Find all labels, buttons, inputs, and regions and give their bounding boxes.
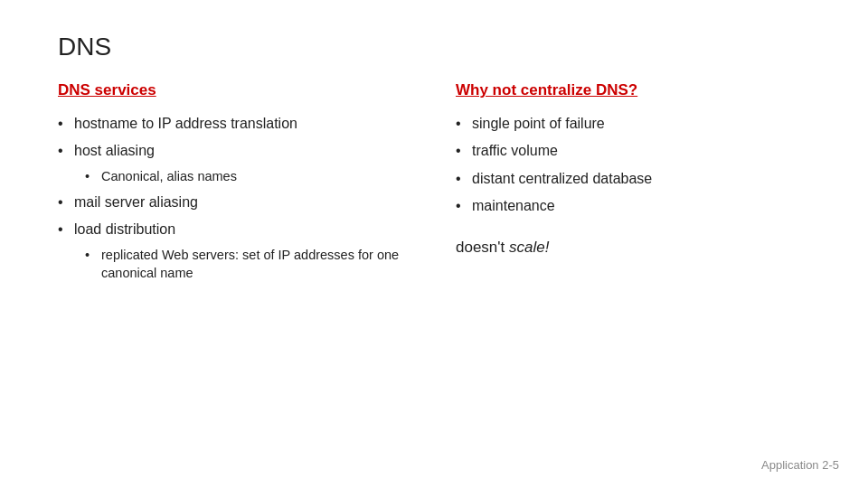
single-point-text: single point of failure	[472, 116, 605, 131]
list-item-maintenance: maintenance	[456, 196, 854, 216]
list-item-mail-server: mail server aliasing	[58, 192, 401, 212]
right-heading: Why not centralize DNS?	[456, 81, 854, 99]
replicated-text: replicated Web servers: set of IP addres…	[101, 248, 399, 280]
host-aliasing-subitems: Canonical, alias names	[85, 167, 401, 185]
list-item-hostname: hostname to IP address translation	[58, 114, 401, 134]
list-item-load-distribution: load distribution replicated Web servers…	[58, 220, 401, 282]
sub-list-item-replicated: replicated Web servers: set of IP addres…	[85, 246, 401, 283]
list-item-load-distribution-text: load distribution	[74, 221, 175, 237]
list-item-distant: distant centralized database	[456, 169, 854, 189]
load-distribution-subitems: replicated Web servers: set of IP addres…	[85, 246, 401, 283]
content-area: DNS services hostname to IP address tran…	[58, 81, 854, 289]
distant-text: distant centralized database	[472, 171, 652, 186]
sub-list-item-canonical: Canonical, alias names	[85, 167, 401, 185]
canonical-text: Canonical, alias names	[101, 169, 237, 183]
doesnt-scale-text: doesn't scale!	[456, 239, 854, 257]
doesnt-scale-italic: scale!	[509, 239, 549, 256]
right-bullet-list: single point of failure traffic volume d…	[456, 114, 854, 217]
right-column: Why not centralize DNS? single point of …	[456, 81, 854, 289]
list-item-host-aliasing-text: host aliasing	[74, 143, 155, 158]
footer: Application 2-5	[761, 458, 839, 472]
left-column: DNS services hostname to IP address tran…	[58, 81, 401, 289]
traffic-volume-text: traffic volume	[472, 143, 558, 158]
list-item-hostname-text: hostname to IP address translation	[74, 116, 297, 131]
page-title: DNS	[58, 33, 111, 61]
left-heading: DNS services	[58, 81, 401, 99]
maintenance-text: maintenance	[472, 198, 555, 213]
list-item-mail-server-text: mail server aliasing	[74, 194, 198, 210]
list-item-single-point: single point of failure	[456, 114, 854, 134]
list-item-host-aliasing: host aliasing Canonical, alias names	[58, 141, 401, 185]
list-item-traffic-volume: traffic volume	[456, 141, 854, 161]
left-bullet-list: hostname to IP address translation host …	[58, 114, 401, 282]
doesnt-scale-prefix: doesn't	[456, 239, 509, 256]
